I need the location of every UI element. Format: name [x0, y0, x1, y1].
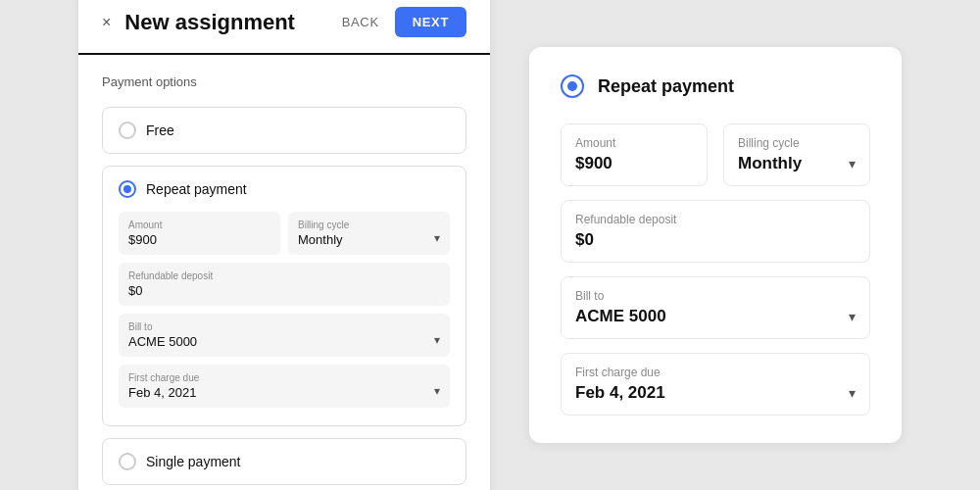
- right-panel-header: Repeat payment: [561, 74, 870, 98]
- left-panel: × New assignment BACK NEXT Payment optio…: [78, 0, 490, 490]
- right-bill-to-row: Bill to ACME 5000 ▾: [561, 276, 870, 339]
- right-first-charge-field[interactable]: First charge due Feb 4, 2021 ▾: [561, 353, 870, 416]
- billing-cycle-label: Billing cycle: [298, 220, 349, 230]
- right-first-charge-row: First charge due Feb 4, 2021 ▾: [561, 353, 870, 416]
- right-panel-title: Repeat payment: [598, 76, 734, 97]
- first-charge-field[interactable]: First charge due Feb 4, 2021 ▾: [119, 365, 450, 408]
- right-billing-cycle-content: Billing cycle Monthly: [738, 136, 802, 173]
- right-first-charge-arrow-icon: ▾: [849, 385, 856, 401]
- header-left: × New assignment: [102, 10, 295, 35]
- right-radio-fill: [567, 81, 577, 91]
- first-charge-value: Feb 4, 2021: [128, 385, 199, 400]
- bill-to-arrow-icon: ▾: [434, 333, 440, 347]
- free-radio[interactable]: [119, 122, 136, 139]
- right-billing-cycle-value: Monthly: [738, 154, 802, 173]
- right-refundable-row: Refundable deposit $0: [561, 200, 870, 263]
- right-bill-to-arrow-icon: ▾: [849, 309, 856, 324]
- right-first-charge-value: Feb 4, 2021: [575, 383, 665, 403]
- right-amount-value: $900: [575, 154, 693, 173]
- right-bill-to-field[interactable]: Bill to ACME 5000 ▾: [561, 276, 870, 339]
- billing-cycle-arrow-icon: ▾: [434, 231, 440, 245]
- single-radio[interactable]: [119, 453, 136, 470]
- free-option-header: Free: [119, 122, 450, 139]
- bill-to-content: Bill to ACME 5000: [128, 321, 197, 349]
- bill-to-field[interactable]: Bill to ACME 5000 ▾: [119, 314, 450, 357]
- right-first-charge-label: First charge due: [575, 366, 665, 379]
- repeat-radio[interactable]: [119, 180, 136, 198]
- right-amount-field: Amount $900: [561, 123, 708, 186]
- single-payment-option[interactable]: Single payment: [102, 438, 466, 485]
- amount-billing-row: Amount $900 Billing cycle Monthly ▾: [119, 212, 450, 255]
- first-charge-label: First charge due: [128, 372, 199, 383]
- right-amount-billing-row: Amount $900 Billing cycle Monthly ▾: [561, 123, 870, 186]
- bill-to-row: Bill to ACME 5000 ▾: [119, 314, 450, 357]
- right-bill-to-label: Bill to: [575, 289, 666, 303]
- payment-options-label: Payment options: [102, 74, 466, 89]
- first-charge-row: First charge due Feb 4, 2021 ▾: [119, 365, 450, 408]
- single-label: Single payment: [146, 454, 241, 469]
- right-billing-cycle-label: Billing cycle: [738, 136, 802, 150]
- right-refundable-deposit-value: $0: [575, 230, 856, 250]
- panel-title: New assignment: [124, 10, 295, 35]
- right-panel: Repeat payment Amount $900 Billing cycle…: [529, 47, 902, 443]
- amount-label: Amount: [128, 220, 270, 230]
- refundable-deposit-field: Refundable deposit $0: [119, 263, 450, 306]
- repeat-radio-fill: [123, 185, 131, 193]
- repeat-option-header: Repeat payment: [119, 180, 450, 198]
- billing-cycle-content: Billing cycle Monthly: [298, 220, 349, 247]
- free-option[interactable]: Free: [102, 107, 466, 154]
- right-form: Amount $900 Billing cycle Monthly ▾ Refu…: [561, 123, 870, 416]
- single-option-header: Single payment: [119, 453, 450, 470]
- panel-header: × New assignment BACK NEXT: [78, 0, 490, 55]
- right-billing-cycle-field[interactable]: Billing cycle Monthly ▾: [723, 123, 870, 186]
- right-billing-cycle-arrow-icon: ▾: [849, 156, 856, 172]
- first-charge-content: First charge due Feb 4, 2021: [128, 372, 199, 400]
- right-refundable-deposit-label: Refundable deposit: [575, 213, 856, 226]
- billing-cycle-value: Monthly: [298, 232, 349, 247]
- repeat-expanded-form: Amount $900 Billing cycle Monthly ▾ Refu…: [119, 212, 450, 408]
- billing-cycle-field[interactable]: Billing cycle Monthly ▾: [288, 212, 450, 255]
- next-button[interactable]: NEXT: [395, 7, 466, 37]
- refundable-deposit-value: $0: [128, 283, 440, 298]
- panel-body: Payment options Free Repeat payment Amou…: [78, 55, 490, 490]
- right-refundable-deposit-field: Refundable deposit $0: [561, 200, 870, 263]
- repeat-payment-option[interactable]: Repeat payment Amount $900 Billing cycle…: [102, 166, 466, 426]
- free-label: Free: [146, 122, 174, 138]
- right-bill-to-content: Bill to ACME 5000: [575, 289, 666, 326]
- right-radio: [561, 74, 584, 98]
- back-button[interactable]: BACK: [342, 15, 379, 29]
- repeat-label: Repeat payment: [146, 181, 247, 197]
- right-bill-to-value: ACME 5000: [575, 307, 666, 326]
- amount-value: $900: [128, 232, 270, 247]
- refundable-deposit-label: Refundable deposit: [128, 270, 440, 281]
- refundable-row: Refundable deposit $0: [119, 263, 450, 306]
- bill-to-label: Bill to: [128, 321, 197, 332]
- right-amount-label: Amount: [575, 136, 693, 150]
- header-actions: BACK NEXT: [342, 7, 466, 37]
- amount-field: Amount $900: [119, 212, 280, 255]
- first-charge-arrow-icon: ▾: [434, 384, 440, 398]
- bill-to-value: ACME 5000: [128, 334, 197, 349]
- close-icon[interactable]: ×: [102, 14, 111, 31]
- right-first-charge-content: First charge due Feb 4, 2021: [575, 366, 665, 403]
